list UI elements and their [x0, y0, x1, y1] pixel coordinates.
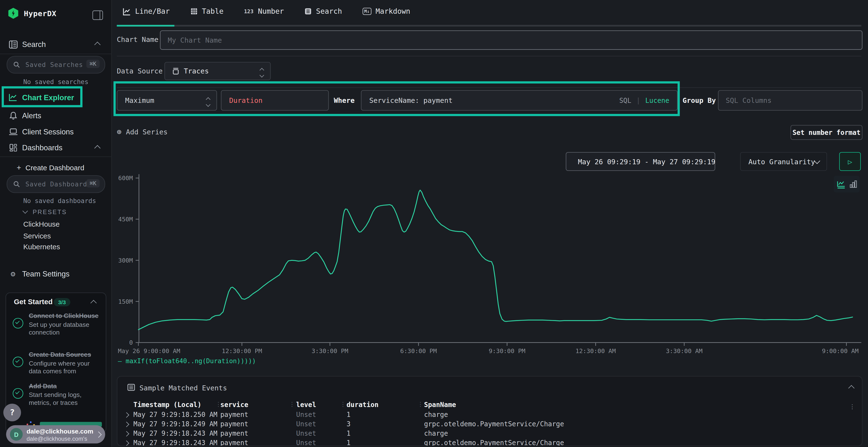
- col-header-service[interactable]: service: [220, 401, 248, 409]
- col-header-level[interactable]: level: [296, 401, 316, 409]
- svg-text:9:30:00 PM: 9:30:00 PM: [489, 347, 525, 354]
- sidebar-section-search[interactable]: Search: [0, 38, 111, 51]
- sidebar-item-chart-explorer[interactable]: Chart Explorer: [0, 91, 111, 104]
- event-row-duration[interactable]: 1: [346, 429, 350, 437]
- col-header-spanname[interactable]: SpanName: [424, 401, 456, 409]
- sidebar-item-team-settings[interactable]: ⚙ Team Settings: [0, 267, 111, 280]
- user-menu[interactable]: D dale@clickhouse.com dale@clickhouse.co…: [6, 425, 105, 444]
- svg-text:150M: 150M: [118, 298, 133, 305]
- svg-text:3:30:00 PM: 3:30:00 PM: [311, 347, 348, 354]
- get-started-item-connect[interactable]: Connect to ClickHouse Set up your databa…: [13, 310, 100, 336]
- chevron-up-icon[interactable]: [90, 300, 97, 306]
- tabbar: Line/Bar Table 123 Number Search M↓ Mark…: [123, 7, 410, 15]
- no-saved-searches-note: No saved searches: [23, 78, 88, 86]
- event-row-span[interactable]: grpc.oteldemo.PaymentService/Charge: [424, 420, 564, 428]
- event-row-ts[interactable]: May 27 9:29:18.250 AM: [133, 411, 217, 419]
- sidebar-preset-kubernetes[interactable]: Kubernetes: [23, 243, 60, 251]
- no-saved-dashboards-note: No saved dashboards: [23, 197, 96, 204]
- event-row-ts[interactable]: May 27 9:29:18.249 AM: [133, 420, 217, 428]
- event-row-span[interactable]: grpc.oteldemo.PaymentService/Charge: [424, 439, 564, 446]
- aggregation-select[interactable]: Maximum: [117, 90, 217, 110]
- event-row-level[interactable]: Unset: [296, 429, 316, 437]
- chart-name-input[interactable]: [161, 36, 862, 44]
- event-row-service[interactable]: payment: [220, 420, 248, 428]
- get-started-item-adddata[interactable]: Add Data Start sending logs, metrics, or…: [13, 381, 100, 407]
- divider: [0, 54, 111, 54]
- tab-search[interactable]: Search: [305, 7, 342, 15]
- group-by-input[interactable]: [718, 96, 862, 104]
- event-row-service[interactable]: payment: [220, 439, 248, 446]
- event-row-level[interactable]: Unset: [296, 411, 316, 419]
- svg-text:May 26 9:00:00 AM: May 26 9:00:00 AM: [118, 347, 180, 354]
- brand[interactable]: HyperDX: [8, 8, 56, 19]
- tab-table[interactable]: Table: [190, 7, 223, 15]
- check-circle-icon: [13, 318, 23, 329]
- traces-icon: [172, 67, 179, 75]
- event-row-duration[interactable]: 1: [346, 439, 350, 446]
- group-by-field[interactable]: [718, 90, 863, 110]
- event-row-ts[interactable]: May 27 9:29:18.243 AM: [133, 439, 217, 446]
- expand-row-icon[interactable]: [124, 441, 129, 446]
- event-row-duration[interactable]: 1: [346, 411, 350, 419]
- timeseries-chart[interactable]: 0150M300M450M600MMay 26 9:00:00 AM12:30:…: [117, 167, 861, 358]
- event-row-service[interactable]: payment: [220, 411, 248, 419]
- expand-row-icon[interactable]: [124, 431, 129, 437]
- tab-markdown[interactable]: M↓ Markdown: [363, 7, 410, 15]
- expand-row-icon[interactable]: [124, 422, 129, 427]
- sidebar-preset-services[interactable]: Services: [23, 232, 51, 240]
- kebab-menu-icon[interactable]: ⋮: [849, 403, 855, 410]
- where-field[interactable]: ServiceName: payment SQL | Lucene: [361, 90, 678, 110]
- collapse-sidebar-icon[interactable]: [92, 10, 103, 20]
- sidebar-item-chart-explorer-label: Chart Explorer: [22, 93, 74, 101]
- saved-searches-input[interactable]: Saved Searches ⌘K: [7, 56, 105, 73]
- lucene-toggle[interactable]: Lucene: [645, 97, 669, 104]
- sql-toggle[interactable]: SQL: [619, 97, 631, 104]
- event-row-level[interactable]: Unset: [296, 439, 316, 446]
- saved-dashboards-input[interactable]: Saved Dashboards ⌘K: [7, 175, 105, 193]
- divider: [117, 56, 861, 56]
- sidebar-item-dashboards[interactable]: Dashboards: [0, 141, 111, 154]
- expand-row-icon[interactable]: [124, 412, 129, 418]
- add-series-button[interactable]: ⊕ Add Series: [117, 127, 167, 136]
- sidebar-item-alerts[interactable]: Alerts: [0, 109, 111, 122]
- presets-label: PRESETS: [33, 209, 67, 215]
- event-row-service[interactable]: payment: [220, 429, 248, 437]
- set-number-format-button[interactable]: Set number format: [790, 125, 863, 140]
- create-dashboard-button[interactable]: + Create Dashboard: [0, 161, 111, 174]
- get-started-item-subtitle: Configure where your data comes from: [29, 360, 100, 375]
- data-source-select[interactable]: Traces: [164, 62, 271, 80]
- get-started-item-datasources[interactable]: Create Data Sources Configure where your…: [13, 349, 100, 375]
- sidebar-item-client-sessions[interactable]: Client Sessions: [0, 125, 111, 138]
- events-list-icon: [127, 384, 135, 391]
- event-row-level[interactable]: Unset: [296, 420, 316, 428]
- tab-line-bar[interactable]: Line/Bar: [123, 7, 170, 15]
- search-list-icon: [305, 8, 312, 15]
- svg-text:6:30:00 PM: 6:30:00 PM: [400, 347, 437, 354]
- event-row-ts[interactable]: May 27 9:29:18.243 AM: [133, 429, 217, 437]
- svg-text:450M: 450M: [118, 216, 133, 223]
- chart-legend[interactable]: — maxIf(toFloat640..ng(Duration))))): [118, 357, 256, 365]
- chevron-up-icon[interactable]: [94, 42, 100, 48]
- granularity-value: Auto Granularity: [748, 157, 815, 166]
- sidebar-item-dashboards-label: Dashboards: [22, 143, 62, 152]
- sidebar-preset-clickhouse[interactable]: ClickHouse: [23, 220, 60, 228]
- shortcut-badge: ⌘K: [86, 60, 100, 68]
- svg-text:12:30:00 PM: 12:30:00 PM: [222, 347, 262, 354]
- chevron-up-icon[interactable]: [94, 145, 100, 151]
- chart-name-field[interactable]: [160, 30, 863, 49]
- help-button[interactable]: ?: [3, 404, 21, 421]
- col-header-timestamp[interactable]: Timestamp (Local): [133, 401, 201, 409]
- event-row-span[interactable]: charge: [424, 429, 448, 437]
- column-separator-icon[interactable]: ⋮: [289, 401, 295, 408]
- col-header-duration[interactable]: duration: [346, 401, 378, 409]
- collapse-panel-icon[interactable]: [848, 385, 855, 391]
- column-separator-icon[interactable]: ⋮: [417, 401, 424, 408]
- presets-header[interactable]: PRESETS: [23, 209, 67, 215]
- tab-number[interactable]: 123 Number: [244, 7, 284, 15]
- event-row-duration[interactable]: 3: [346, 420, 350, 428]
- column-separator-icon[interactable]: ⋮: [340, 401, 346, 408]
- query-language-toggle[interactable]: SQL | Lucene: [619, 97, 669, 104]
- field-input-wrap[interactable]: Duration: [221, 90, 329, 110]
- event-row-span[interactable]: charge: [424, 411, 448, 419]
- laptop-icon: [8, 128, 18, 135]
